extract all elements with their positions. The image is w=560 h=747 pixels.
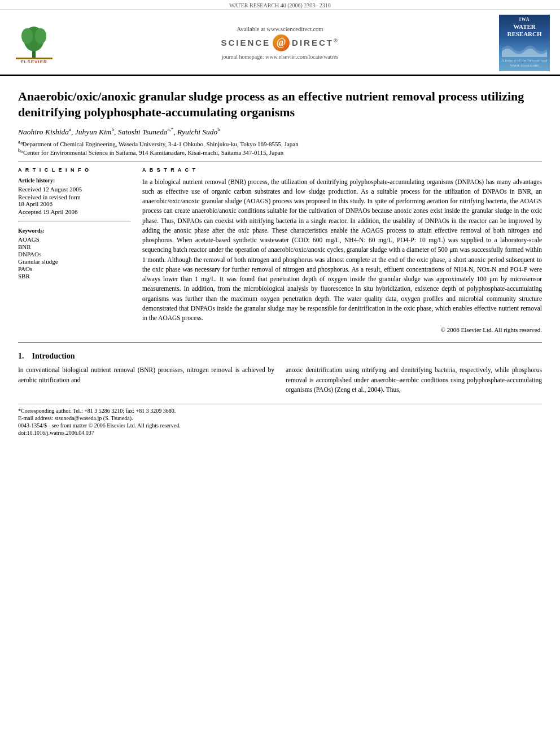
corresponding-author-note: *Corresponding author. Tel.: +81 3 5286 … xyxy=(18,408,542,414)
svg-point-3 xyxy=(35,28,46,44)
direct-text: DIRECT® xyxy=(292,38,339,47)
keyword-sbr: SBR xyxy=(18,273,131,279)
introduction-section: 1. Introduction In conventional biologic… xyxy=(18,352,542,395)
svg-text:ELSEVIER: ELSEVIER xyxy=(20,59,47,64)
keywords-section: Keywords: AOAGS BNR DNPAOs Granular slud… xyxy=(18,228,131,279)
affiliations: aᵃDepartment of Chemical Engineering, Wa… xyxy=(18,139,542,156)
intro-right-col: anoxic denitrification using nitrifying … xyxy=(286,365,542,395)
abstract-text: In a biological nutrient removal (BNR) p… xyxy=(142,177,542,324)
article-title: Anaerobic/oxic/anoxic granular sludge pr… xyxy=(18,89,542,121)
science-text: SCIENCE xyxy=(221,38,270,47)
article-info-heading: A R T I C L E I N F O xyxy=(18,167,131,173)
article-body: Anaerobic/oxic/anoxic granular sludge pr… xyxy=(0,76,560,443)
header-divider xyxy=(18,161,542,161)
copyright-text: © 2006 Elsevier Ltd. All rights reserved… xyxy=(142,326,542,333)
keyword-granular: Granular sludge xyxy=(18,258,131,265)
journal-homepage-text: journal homepage: www.elsevier.com/locat… xyxy=(61,54,499,60)
wr-journal-title: WATERRESEARCH xyxy=(507,23,541,38)
keyword-bnr: BNR xyxy=(18,243,131,250)
doi-note: doi:10.1016/j.watres.2006.04.037 xyxy=(18,430,542,436)
revised-date: Received in revised form18 April 2006 xyxy=(18,194,131,207)
history-label: Article history: xyxy=(18,177,131,184)
intro-left-col: In conventional biological nutrient remo… xyxy=(18,365,274,395)
intro-title: Introduction xyxy=(32,352,75,360)
section-number: 1. xyxy=(18,352,24,360)
intro-text-columns: In conventional biological nutrient remo… xyxy=(18,365,542,395)
journal-header: ELSEVIER Available at www.sciencedirect.… xyxy=(0,11,560,76)
footnotes: *Corresponding author. Tel.: +81 3 5286 … xyxy=(18,404,542,436)
info-divider xyxy=(18,221,131,222)
water-research-badge: IWA WATERRESEARCH A journal of the Inter… xyxy=(499,15,550,71)
journal-volume-info: WATER RESEARCH 40 (2006) 2303– 2310 xyxy=(0,0,560,10)
abstract-column: A B S T R A C T In a biological nutrient… xyxy=(142,167,542,334)
accepted-date: Accepted 19 April 2006 xyxy=(18,208,131,215)
keyword-aoags: AOAGS xyxy=(18,236,131,243)
volume-text: WATER RESEARCH 40 (2006) 2303– 2310 xyxy=(229,2,331,8)
svg-point-2 xyxy=(21,28,33,44)
elsevier-logo: ELSEVIER xyxy=(10,19,61,67)
water-waves-icon xyxy=(502,40,547,57)
authors-line: Naohiro Kishidaa, Juhyun Kimb, Satoshi T… xyxy=(18,126,542,137)
article-info-abstract: A R T I C L E I N F O Article history: R… xyxy=(18,167,542,334)
section-title: 1. Introduction xyxy=(18,352,542,361)
received-date: Received 12 August 2005 xyxy=(18,186,131,193)
section-divider xyxy=(18,342,542,343)
keyword-dnpaos: DNPAOs xyxy=(18,251,131,257)
center-header: Available at www.sciencedirect.com SCIEN… xyxy=(61,26,499,60)
keywords-label: Keywords: xyxy=(18,228,131,234)
keyword-paos: PAOs xyxy=(18,265,131,272)
affiliation-b: ᵇCenter for Environmental Science in Sai… xyxy=(20,149,283,156)
article-history: Article history: Received 12 August 2005… xyxy=(18,177,131,215)
email-note: E-mail address: stsuneda@waseda.jp (S. T… xyxy=(18,415,542,421)
abstract-heading: A B S T R A C T xyxy=(142,167,542,173)
affiliation-a: ᵃDepartment of Chemical Engineering, Was… xyxy=(20,141,299,147)
wr-subtitle: A journal of the InternationalWater Asso… xyxy=(501,58,548,68)
sciencedirect-logo: SCIENCE @ DIRECT® xyxy=(61,34,499,51)
article-info-column: A R T I C L E I N F O Article history: R… xyxy=(18,167,131,334)
issn-note: 0043-1354/$ - see front matter © 2006 El… xyxy=(18,422,542,429)
at-symbol-icon: @ xyxy=(273,34,290,51)
iwa-logo: IWA xyxy=(519,17,530,22)
available-at-text: Available at www.sciencedirect.com xyxy=(61,26,499,32)
